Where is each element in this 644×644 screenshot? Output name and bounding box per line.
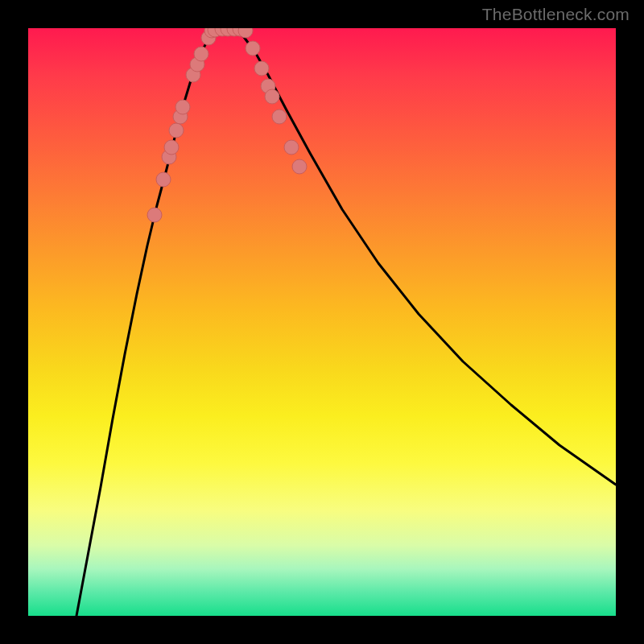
- data-dot: [265, 89, 279, 104]
- curve-group: [76, 28, 616, 616]
- data-dot: [194, 47, 208, 61]
- data-dot: [272, 109, 287, 124]
- data-dot: [175, 100, 190, 114]
- data-dot: [147, 208, 162, 222]
- data-dot: [156, 172, 171, 187]
- data-dot: [246, 41, 260, 56]
- chart-stage: TheBottleneck.com: [0, 0, 644, 644]
- data-dot: [284, 140, 299, 155]
- dot-group: [147, 28, 307, 222]
- plot-area: [28, 28, 616, 616]
- data-dot: [254, 61, 269, 76]
- watermark-text: TheBottleneck.com: [482, 5, 630, 24]
- left-curve: [76, 28, 220, 616]
- chart-svg: [28, 28, 616, 616]
- right-curve: [233, 28, 616, 485]
- data-dot: [169, 123, 184, 138]
- data-dot: [164, 140, 179, 155]
- data-dot: [292, 159, 307, 174]
